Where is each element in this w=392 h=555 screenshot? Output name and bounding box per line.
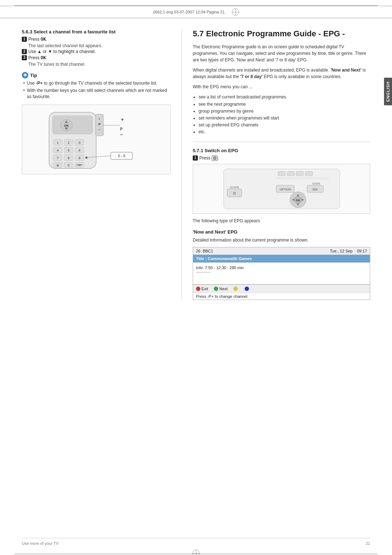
tip-item-1: Use -P+ to go through the TV channels of… [22,80,171,86]
epg-para3: With the EPG menu you can ... [193,84,370,90]
step-3-detail: The TV tunes to that channel. [28,62,171,67]
svg-text:⊡: ⊡ [233,191,236,195]
footer-blue [245,287,250,291]
remote-svg: OK + P – 1 2 3 [38,109,154,170]
guide-button-icon: ⊡ [212,155,218,161]
epg-programme-info: Info: 7:50 - 12:30 : 280 min [193,263,370,284]
footer-exit: Exit [196,287,208,291]
epg-feature-3: group programmes by genre [199,108,370,115]
step-number-1: 1 [22,37,27,42]
step-2-text: Use ▲ or ▼ to highlight a channel. [28,49,96,54]
epg-programme-title: Title : Commonwealth Games [193,255,370,263]
switch-step-text: Press ⊡. [199,155,219,161]
epg-para2: When digital channels are installed and … [193,67,370,80]
svg-text:3: 3 [78,141,80,145]
main-content: 5.6.3 Select a channel from a favourite … [0,18,392,315]
epg-feature-4: set reminders when programmes will start [199,115,370,122]
svg-rect-1 [53,116,93,134]
blue-dot [245,287,249,291]
epg-date-time: Tue., 12 Sep 09:17 [330,249,367,253]
epg-feature-5: set up preferred EPG channels [199,122,370,129]
footer-next: Next [214,287,228,291]
exit-label: Exit [201,287,208,291]
step-1-text: Press OK. [28,37,47,42]
switch-epg-title: 5.7.1 Switch on EPG [193,148,370,153]
switch-step-number: 1 [193,155,198,161]
tip-box: ✚ Tip Use -P+ to go through the TV chann… [22,72,171,100]
next-label: Next [219,287,228,291]
svg-rect-46 [305,171,313,176]
crosshair-header [232,8,239,16]
svg-text:P⇄P: P⇄P [77,164,82,166]
header-text: 2662.1 eng 03-07-2007 12:04 Pagina 21 [153,10,225,14]
channel-info: 26 BBC1 [196,249,213,253]
yellow-dot [233,287,238,291]
svg-rect-43 [278,171,285,176]
svg-text:OK: OK [296,199,300,202]
svg-text:⊡⊟: ⊡⊟ [313,188,318,191]
svg-text:8: 8 [68,156,69,160]
svg-text:5: 5 [68,149,69,152]
epg-features-list: see a list of current broadcasted progra… [199,94,370,135]
footer-yellow [233,287,239,291]
svg-rect-44 [287,171,294,176]
following-type-text: The following type of EPG appears [193,218,370,224]
green-dot [214,287,218,291]
now-next-desc: Detailed information about the current p… [193,237,370,243]
step-2: 2 Use ▲ or ▼ to highlight a channel. [22,49,171,54]
section-563-title: 5.6.3 Select a channel from a favourite … [22,29,171,35]
right-column: 5.7 Electronic Programme Guide - EPG - T… [181,29,370,300]
tip-header: ✚ Tip [22,72,171,78]
left-column: 5.6.3 Select a channel from a favourite … [22,29,181,300]
epg-remote-screen: GUIDE ⊡ OPTION GUIDE ⊡⊟ [193,164,370,214]
epg-feature-6: etc. [199,129,370,135]
svg-text:0  -  9: 0 - 9 [118,154,125,158]
epg-feature-2: see the next programme [199,101,370,108]
epg-footer-note: Press -P+ to change channel. [193,293,370,300]
step-3-text: Press OK. [28,55,47,61]
svg-text:–: – [120,131,123,137]
step-number-3: 3 [22,55,27,60]
page-container: 2662.1 eng 03-07-2007 12:04 Pagina 21 5.… [0,5,392,555]
step-number-2: 2 [22,49,27,54]
footer-page-number: 21 [366,541,370,546]
svg-text:+: + [98,117,100,121]
step-1-detail: The last selected channel list appears. [28,43,171,48]
epg-data-table: 26 BBC1 Tue., 12 Sep 09:17 Title : Commo… [193,247,370,300]
remote-illustration: OK + P – 1 2 3 [22,105,171,174]
crosshair-bottom [192,550,200,555]
language-side-tab: ENGLISH [384,78,392,105]
epg-table-header-row: 26 BBC1 Tue., 12 Sep 09:17 [193,247,370,255]
now-next-epg-title: 'Now and Next' EPG [193,229,370,235]
tip-title: Tip [30,73,37,78]
page-footer: Use more of your TV 21 [22,538,370,546]
svg-text:0: 0 [68,163,69,167]
epg-intro: The Electronic Programme guide is an on … [193,44,370,63]
svg-rect-45 [296,171,303,176]
step-1: 1 Press OK. [22,37,171,42]
svg-text:9: 9 [78,156,80,160]
svg-text:P: P [120,127,123,131]
svg-text:OPTION: OPTION [279,188,291,191]
svg-text:P: P [98,122,101,126]
header-bar: 2662.1 eng 03-07-2007 12:04 Pagina 21 [0,6,392,18]
svg-text:+: + [121,117,124,122]
tip-item-2: With the number keys you can still selec… [22,88,171,100]
svg-text:GUIDE: GUIDE [312,182,320,185]
svg-text:1: 1 [57,141,58,145]
svg-text:2: 2 [68,141,69,145]
divider [193,142,370,142]
epg-info-separator [196,272,211,272]
svg-text:6: 6 [78,149,80,152]
svg-text:GUIDE: GUIDE [230,186,239,189]
epg-table-footer: Exit Next [193,284,370,293]
svg-text:–: – [98,127,100,131]
svg-text:⊞: ⊞ [57,164,59,167]
epg-feature-1: see a list of current broadcasted progra… [199,94,370,101]
epg-section-title: 5.7 Electronic Programme Guide - EPG - [193,29,370,39]
switch-epg-step1: 1 Press ⊡. [193,155,370,161]
step-3: 3 Press OK. [22,55,171,61]
svg-text:OK: OK [64,124,69,127]
svg-text:7: 7 [57,156,58,160]
svg-text:4: 4 [57,149,58,152]
